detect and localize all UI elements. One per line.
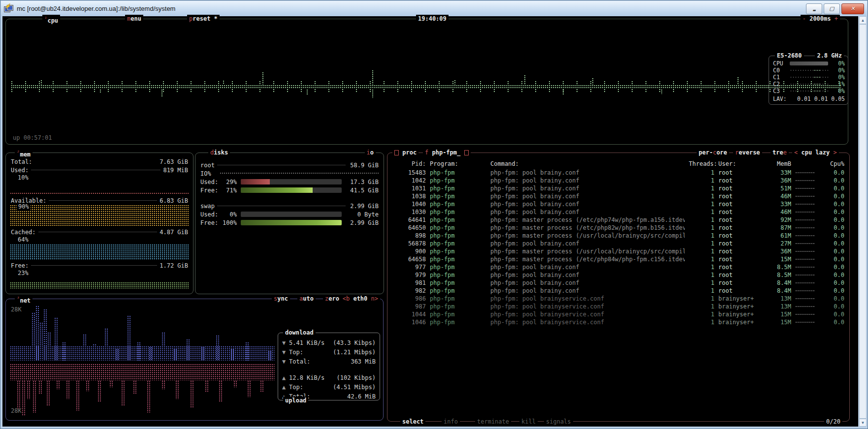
download-arrow-icon: [282, 358, 289, 365]
footer-terminate-button[interactable]: terminate: [475, 418, 511, 426]
download-speed-row: 5.41 KiB/s(43.3 Kibps): [282, 338, 376, 347]
proc-rows: 15483php-fpmphp-fpm: pool brainy.conf1ro…: [387, 169, 849, 326]
close-button[interactable]: [841, 3, 864, 14]
disk-root-row: root58.9 GiB: [195, 161, 384, 169]
proc-title: proc: [392, 149, 418, 156]
process-row[interactable]: 981php-fpmphp-fpm: pool brainy.conf1root…: [387, 279, 849, 287]
scroll-up-icon[interactable]: [859, 16, 867, 24]
process-row[interactable]: 982php-fpmphp-fpm: pool brainy.conf1root…: [387, 287, 849, 295]
mem-free-row: Free:1.72 GiB: [6, 262, 193, 269]
cpu-frequency: 2.8 GHz: [815, 52, 844, 60]
disk-root-used-row: Used:29% 17.3 GiB: [195, 178, 384, 185]
lav-values: 0.01 0.01 0.05: [797, 95, 845, 103]
mem-used-row: Used:819 MiB: [6, 166, 193, 174]
net-interface-switcher[interactable]: <b eth0 n>: [341, 295, 380, 303]
process-row[interactable]: 1038php-fpmphp-fpm: pool brainy.conf1roo…: [387, 192, 849, 200]
tab-cpu[interactable]: ¹cpu: [42, 15, 60, 25]
process-row[interactable]: 900php-fpmphp-fpm: master process (/usr/…: [387, 247, 849, 255]
disk-swap-row: swap2.99 GiB: [195, 202, 384, 210]
mem-available-row: Available:6.83 GiB: [6, 197, 193, 204]
clock: 19:40:09: [416, 15, 449, 23]
net-sync-button[interactable]: sync: [272, 295, 290, 303]
process-row[interactable]: 977php-fpmphp-fpm: pool brainy.conf1root…: [387, 263, 849, 271]
footer-signals-button[interactable]: signals: [544, 418, 573, 426]
mem-cached-row: Cached:4.87 GiB: [6, 228, 193, 236]
mem-cached-graph: [10, 244, 189, 260]
mem-free-graph: [10, 282, 189, 289]
tab-net[interactable]: ³net: [15, 295, 32, 305]
swap-free-meter: [241, 220, 342, 225]
minimize-button[interactable]: [806, 3, 822, 14]
close-icon: [842, 4, 864, 14]
net-download-graph: [10, 304, 275, 361]
cpu-graph: [11, 77, 841, 97]
process-row[interactable]: 979php-fpmphp-fpm: pool brainy.conf1root…: [387, 271, 849, 279]
process-row[interactable]: 1046php-fpmphp-fpm: pool brainyservice.c…: [387, 318, 849, 326]
process-row[interactable]: 987php-fpmphp-fpm: pool brainyservice.co…: [387, 303, 849, 310]
footer-select-button[interactable]: select: [400, 418, 425, 426]
disk-used-meter: [241, 179, 342, 184]
net-auto-button[interactable]: auto: [297, 295, 316, 303]
process-row[interactable]: 1031php-fpmphp-fpm: pool brainy.conf1roo…: [387, 184, 849, 192]
disk-swap-used-row: Used:0% 0 Byte: [195, 211, 384, 218]
process-row[interactable]: 1030php-fpmphp-fpm: pool brainy.conf1roo…: [387, 208, 849, 216]
net-upload-graph: [10, 364, 275, 419]
process-row[interactable]: 15483php-fpmphp-fpm: pool brainy.conf1ro…: [387, 169, 849, 177]
reverse-button[interactable]: reverse: [733, 149, 762, 156]
maximize-button[interactable]: [824, 3, 840, 14]
tab-mem[interactable]: ²mem: [15, 149, 32, 158]
process-row[interactable]: 1044php-fpmphp-fpm: pool brainyservice.c…: [387, 310, 849, 318]
net-stats-panel: download 5.41 KiB/s(43.3 Kibps) Top:(1.2…: [278, 333, 380, 400]
interval-minus-button[interactable]: -: [803, 15, 806, 22]
proc-filter[interactable]: f php-fpm_: [423, 149, 471, 156]
upload-speed-row: 12.8 KiB/s(102 Kibps): [282, 373, 376, 382]
preset-button[interactable]: preset *: [187, 15, 220, 23]
process-row[interactable]: 986php-fpmphp-fpm: pool brainyservice.co…: [387, 295, 849, 303]
footer-info-button[interactable]: info: [442, 418, 460, 426]
process-row[interactable]: 64650php-fpmphp-fpm: master process (/et…: [387, 224, 849, 232]
scrollbar-thumb[interactable]: [859, 24, 867, 419]
process-row[interactable]: 64658php-fpmphp-fpm: master process (/et…: [387, 255, 849, 263]
sort-next-button[interactable]: >: [834, 149, 837, 156]
minimize-icon: [806, 4, 822, 14]
mem-box: ²mem Total:7.63 GiB Used:819 MiB 10% Ava…: [5, 153, 193, 294]
iface-next-button[interactable]: n>: [371, 295, 378, 302]
net-box: ³net sync auto zero <b eth0 n> 28K 28K d…: [5, 299, 384, 421]
net-zero-button[interactable]: zero: [323, 295, 341, 303]
cpu-box: ¹cpu menu preset * 19:40:09 - 2000ms + E…: [5, 19, 848, 145]
scroll-down-icon[interactable]: [859, 419, 867, 427]
putty-icon: ⚡: [4, 5, 14, 13]
window-title: mc [root@ub24.itdeveloper.com.ua]:/lib/s…: [17, 5, 806, 12]
footer-kill-button[interactable]: kill: [519, 418, 538, 426]
iface-prev-button[interactable]: <b: [343, 295, 350, 302]
process-row[interactable]: 56878php-fpmphp-fpm: pool brainy.conf1ro…: [387, 240, 849, 247]
putty-window: ⚡ mc [root@ub24.itdeveloper.com.ua]:/lib…: [0, 0, 868, 429]
selection-counter: 0/20: [824, 418, 842, 426]
process-row[interactable]: 898php-fpmphp-fpm: master process (/usr/…: [387, 232, 849, 240]
process-row[interactable]: 1042php-fpmphp-fpm: pool brainy.conf1roo…: [387, 177, 849, 184]
cpu-side-rows: CPU0%C00%C10%C21%C30%: [773, 60, 845, 94]
process-row[interactable]: 1040php-fpmphp-fpm: pool brainy.conf1roo…: [387, 200, 849, 208]
process-row[interactable]: 64641php-fpmphp-fpm: master process (/et…: [387, 216, 849, 224]
io-mode-button[interactable]: io: [365, 149, 376, 156]
menu-button[interactable]: menu: [125, 15, 143, 23]
download-label: download: [283, 329, 316, 337]
download-arrow-icon: [282, 339, 289, 346]
maximize-icon: [824, 4, 839, 14]
sort-selector[interactable]: < cpu lazy >: [792, 149, 839, 156]
scrollbar[interactable]: [858, 16, 867, 427]
cpu-core-row: C10%: [773, 74, 845, 81]
per-core-button[interactable]: per-core: [697, 149, 729, 156]
cpu-model: E5-2680: [775, 52, 804, 60]
tree-button[interactable]: tree: [771, 149, 789, 156]
sort-field: cpu lazy: [801, 149, 830, 156]
titlebar[interactable]: ⚡ mc [root@ub24.itdeveloper.com.ua]:/lib…: [1, 1, 867, 16]
filter-marker-icon: [464, 150, 469, 155]
mem-used-graph: [10, 192, 189, 195]
mem-used-percent: 10%: [18, 174, 29, 182]
disk-free-meter: [241, 187, 342, 193]
proc-box: proc f php-fpm_ per-core reverse tree < …: [387, 153, 850, 422]
interval-plus-button[interactable]: +: [835, 15, 838, 22]
download-arrow-icon: [282, 349, 289, 356]
sort-prev-button[interactable]: <: [794, 149, 798, 156]
